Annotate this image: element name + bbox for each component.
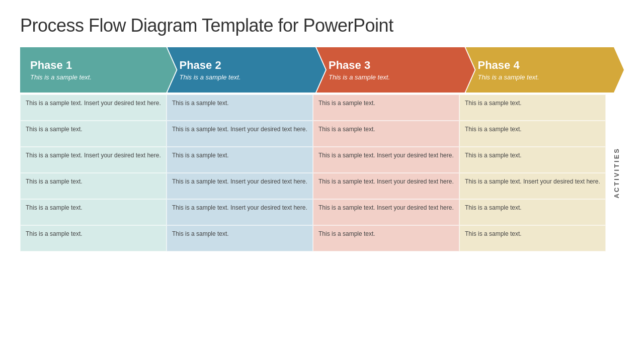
diagram-container: Phase 1This is a sample text.Phase 2This… <box>20 47 624 251</box>
cell-r1-c4[interactable]: This is a sample text. <box>459 95 606 121</box>
phase-arrow-2: Phase 2This is a sample text. <box>168 47 326 93</box>
cell-r3-c4[interactable]: This is a sample text. <box>459 147 606 173</box>
cell-r5-c1[interactable]: This is a sample text. <box>20 199 167 225</box>
grid-row-2: This is a sample text.This is a sample t… <box>20 121 606 147</box>
cell-r5-c3[interactable]: This is a sample text. Insert your desir… <box>313 199 459 225</box>
cell-r3-c3[interactable]: This is a sample text. Insert your desir… <box>313 147 459 173</box>
page-title: Process Flow Diagram Template for PowerP… <box>20 15 624 36</box>
cell-r6-c4[interactable]: This is a sample text. <box>459 225 606 251</box>
phase-2-subtext: This is a sample text. <box>180 73 311 81</box>
cell-r4-c4[interactable]: This is a sample text. Insert your desir… <box>459 173 606 199</box>
cell-r5-c4[interactable]: This is a sample text. <box>459 199 606 225</box>
phase-3-subtext: This is a sample text. <box>329 73 460 81</box>
grid-row-1: This is a sample text. Insert your desir… <box>20 95 606 121</box>
cell-r4-c3[interactable]: This is a sample text. Insert your desir… <box>313 173 459 199</box>
phase-2-name: Phase 2 <box>180 59 311 72</box>
phases-row: Phase 1This is a sample text.Phase 2This… <box>20 47 624 93</box>
phase-arrow-3: Phase 3This is a sample text. <box>316 47 475 93</box>
cell-r6-c3[interactable]: This is a sample text. <box>313 225 459 251</box>
activities-wrapper: This is a sample text. Insert your desir… <box>20 95 624 251</box>
cell-r6-c1[interactable]: This is a sample text. <box>20 225 167 251</box>
phase-4-name: Phase 4 <box>478 59 609 72</box>
phase-arrow-1: Phase 1This is a sample text. <box>20 47 177 93</box>
phase-arrow-4: Phase 4This is a sample text. <box>466 47 624 93</box>
cell-r2-c4[interactable]: This is a sample text. <box>459 121 606 147</box>
cell-r1-c1[interactable]: This is a sample text. Insert your desir… <box>20 95 167 121</box>
phase-3-name: Phase 3 <box>329 59 460 72</box>
grid-row-3: This is a sample text. Insert your desir… <box>20 147 606 173</box>
cell-r1-c3[interactable]: This is a sample text. <box>313 95 459 121</box>
phase-4-subtext: This is a sample text. <box>478 73 609 81</box>
grid-row-6: This is a sample text.This is a sample t… <box>20 225 606 251</box>
cell-r4-c1[interactable]: This is a sample text. <box>20 173 167 199</box>
cell-r4-c2[interactable]: This is a sample text. Insert your desir… <box>167 173 313 199</box>
cell-r3-c2[interactable]: This is a sample text. <box>167 147 313 173</box>
grid-area: This is a sample text. Insert your desir… <box>20 95 606 251</box>
grid-row-4: This is a sample text.This is a sample t… <box>20 173 606 199</box>
cell-r5-c2[interactable]: This is a sample text. Insert your desir… <box>167 199 313 225</box>
side-label-wrapper: ACTIVITIES <box>609 95 624 251</box>
cell-r2-c1[interactable]: This is a sample text. <box>20 121 167 147</box>
cell-r1-c2[interactable]: This is a sample text. <box>167 95 313 121</box>
cell-r6-c2[interactable]: This is a sample text. <box>167 225 313 251</box>
cell-r3-c1[interactable]: This is a sample text. Insert your desir… <box>20 147 167 173</box>
activities-label: ACTIVITIES <box>613 147 620 199</box>
grid-row-5: This is a sample text.This is a sample t… <box>20 199 606 225</box>
cell-r2-c2[interactable]: This is a sample text. Insert your desir… <box>167 121 313 147</box>
phase-1-name: Phase 1 <box>30 59 162 72</box>
cell-r2-c3[interactable]: This is a sample text. <box>313 121 459 147</box>
phase-1-subtext: This is a sample text. <box>30 73 162 81</box>
